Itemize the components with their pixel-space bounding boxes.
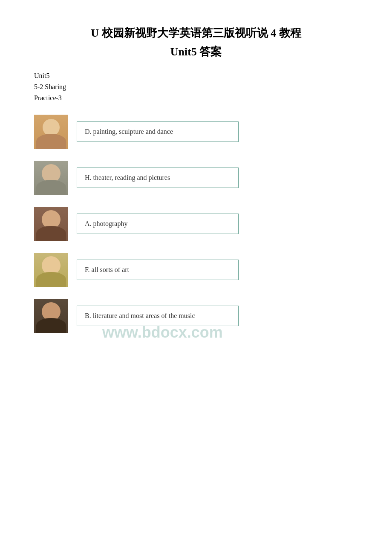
answer-item-3: A. photography — [34, 207, 358, 241]
avatar-1 — [34, 115, 68, 149]
page-title-line1: U 校园新视野大学英语第三版视听说 4 教程 — [34, 26, 358, 41]
answer-item-4: F. all sorts of art — [34, 253, 358, 287]
answer-box-1: D. painting, sculpture and dance — [77, 121, 239, 142]
answer-item-5: B. literature and most areas of the musi… — [34, 299, 358, 333]
answer-item-2: H. theater, reading and pictures — [34, 161, 358, 195]
section-label: 5-2 Sharing — [34, 83, 358, 91]
avatar-2 — [34, 161, 68, 195]
avatar-3 — [34, 207, 68, 241]
page-title-line2: Unit5 答案 — [34, 44, 358, 59]
practice-label: Practice-3 — [34, 94, 358, 102]
answers-wrapper: www.bdocx.com D. painting, sculpture and… — [34, 115, 358, 333]
avatar-4 — [34, 253, 68, 287]
unit-label: Unit5 — [34, 72, 358, 80]
answer-box-5: B. literature and most areas of the musi… — [77, 306, 239, 326]
answer-box-4: F. all sorts of art — [77, 260, 239, 280]
answers-list: D. painting, sculpture and dance H. thea… — [34, 115, 358, 333]
answer-box-3: A. photography — [77, 214, 239, 234]
answer-item-1: D. painting, sculpture and dance — [34, 115, 358, 149]
page-container: U 校园新视野大学英语第三版视听说 4 教程 Unit5 答案 Unit5 5-… — [0, 0, 392, 555]
answer-box-2: H. theater, reading and pictures — [77, 168, 239, 188]
avatar-5 — [34, 299, 68, 333]
